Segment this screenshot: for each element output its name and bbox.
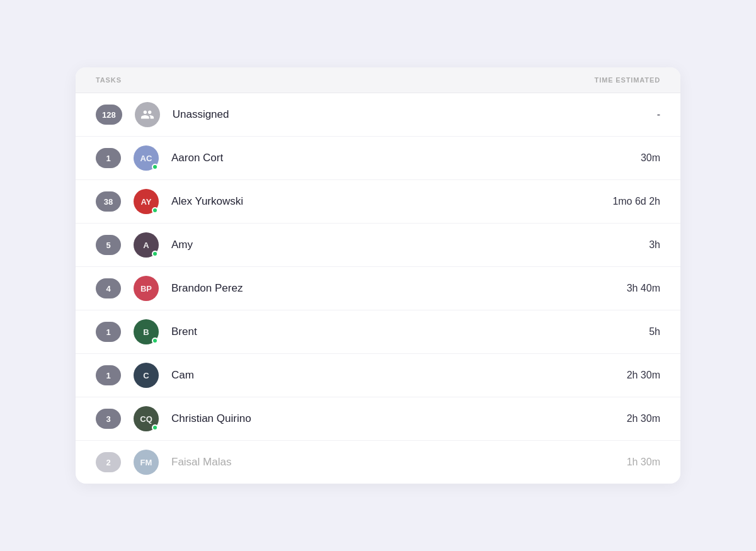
online-indicator-brent (152, 338, 158, 344)
online-indicator-amy (152, 251, 158, 257)
table-row[interactable]: 4BPBrandon Perez3h 40m (76, 267, 680, 310)
table-row[interactable]: 3CQChristian Quirino2h 30m (76, 397, 680, 441)
time-estimate-alex-yurkowski: 1mo 6d 2h (572, 196, 660, 207)
task-count-unassigned: 128 (96, 105, 122, 125)
task-count-alex-yurkowski: 38 (96, 191, 121, 212)
task-count-aaron-cort: 1 (96, 148, 121, 168)
time-estimate-brandon-perez: 3h 40m (572, 283, 660, 294)
user-name-alex-yurkowski: Alex Yurkowski (171, 195, 243, 208)
avatar-cam: C (134, 363, 159, 388)
online-indicator-alex-yurkowski (152, 207, 158, 213)
time-estimate-unassigned: - (572, 109, 660, 120)
row-left-unassigned: 128 Unassigned (96, 102, 229, 127)
task-count-amy: 5 (96, 235, 121, 255)
avatar-wrapper-amy: A (134, 232, 159, 258)
time-column-label: TIME ESTIMATED (572, 76, 660, 84)
user-name-cam: Cam (171, 369, 194, 382)
table-row[interactable]: 128 Unassigned- (76, 93, 680, 137)
time-estimate-faisal-malas: 1h 30m (572, 457, 660, 468)
time-estimate-cam: 2h 30m (572, 370, 660, 381)
time-estimate-christian-quirino: 2h 30m (572, 413, 660, 424)
row-left-amy: 5AAmy (96, 232, 193, 258)
avatar-wrapper-brent: B (134, 319, 159, 344)
user-name-brent: Brent (171, 326, 197, 338)
avatar-unassigned (135, 102, 160, 127)
rows-container: 128 Unassigned-1ACAaron Cort30m38AYAlex … (76, 93, 680, 484)
row-left-brandon-perez: 4BPBrandon Perez (96, 276, 243, 301)
avatar-wrapper-aaron-cort: AC (134, 145, 159, 171)
task-count-christian-quirino: 3 (96, 409, 121, 429)
table-row[interactable]: 5AAmy3h (76, 224, 680, 267)
user-name-christian-quirino: Christian Quirino (171, 412, 251, 425)
row-left-aaron-cort: 1ACAaron Cort (96, 145, 223, 171)
table-row[interactable]: 1ACAaron Cort30m (76, 137, 680, 180)
online-indicator-christian-quirino (152, 424, 158, 431)
table-row[interactable]: 2FMFaisal Malas1h 30m (76, 441, 680, 484)
row-left-alex-yurkowski: 38AYAlex Yurkowski (96, 189, 243, 214)
avatar-brandon-perez: BP (134, 276, 159, 301)
task-count-faisal-malas: 2 (96, 452, 121, 472)
user-name-amy: Amy (171, 239, 193, 251)
avatar-wrapper-cam: C (134, 363, 159, 388)
row-left-brent: 1BBrent (96, 319, 197, 344)
tasks-column-label: TASKS (96, 76, 122, 84)
time-estimate-aaron-cort: 30m (572, 152, 660, 164)
row-left-christian-quirino: 3CQChristian Quirino (96, 406, 251, 431)
time-estimate-amy: 3h (572, 239, 660, 251)
table-row[interactable]: 38AYAlex Yurkowski1mo 6d 2h (76, 180, 680, 224)
row-left-cam: 1CCam (96, 363, 194, 388)
main-card: TASKS TIME ESTIMATED 128 Unassigned-1ACA… (76, 67, 680, 484)
avatar-wrapper-unassigned (135, 102, 160, 127)
table-header: TASKS TIME ESTIMATED (76, 67, 680, 93)
user-name-faisal-malas: Faisal Malas (171, 456, 231, 469)
user-name-aaron-cort: Aaron Cort (171, 152, 223, 164)
online-indicator-aaron-cort (152, 164, 158, 170)
table-row[interactable]: 1BBrent5h (76, 310, 680, 354)
avatar-wrapper-faisal-malas: FM (134, 450, 159, 475)
avatar-wrapper-alex-yurkowski: AY (134, 189, 159, 214)
table-row[interactable]: 1CCam2h 30m (76, 354, 680, 397)
user-name-brandon-perez: Brandon Perez (171, 282, 243, 295)
task-count-brent: 1 (96, 322, 121, 342)
row-left-faisal-malas: 2FMFaisal Malas (96, 450, 231, 475)
avatar-faisal-malas: FM (134, 450, 159, 475)
task-count-brandon-perez: 4 (96, 278, 121, 298)
task-count-cam: 1 (96, 365, 121, 385)
time-estimate-brent: 5h (572, 326, 660, 338)
avatar-wrapper-christian-quirino: CQ (134, 406, 159, 431)
user-name-unassigned: Unassigned (173, 108, 229, 121)
avatar-wrapper-brandon-perez: BP (134, 276, 159, 301)
